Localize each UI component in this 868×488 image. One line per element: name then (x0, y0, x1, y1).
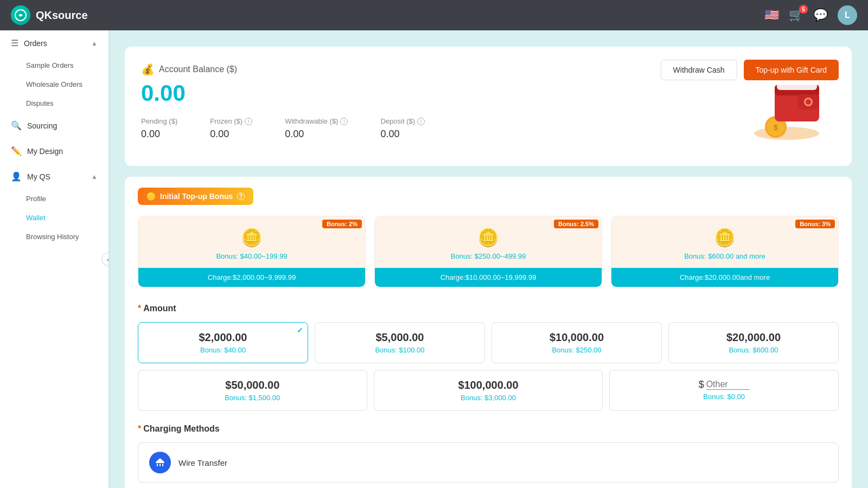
sidebar-item-sample-orders[interactable]: Sample Orders (0, 56, 108, 75)
charging-section-title: * Charging Methods (138, 424, 839, 434)
amount-card-5000[interactable]: $5,000.00 Bonus: $100.00 (315, 322, 485, 363)
amount-value-50000: $50,000.00 (147, 379, 358, 391)
bonus-info-icon[interactable]: ? (237, 192, 245, 200)
top-buttons: Withdraw Cash Top-up with Gift Card (661, 60, 839, 80)
amount-card-100000[interactable]: $100,000.00 Bonus: $3,000.00 (374, 370, 603, 411)
bonus-label-2: Bonus: $250.00~499.99 (384, 252, 593, 260)
sidebar-item-orders[interactable]: ☰ Orders ▲ (0, 30, 108, 56)
cart-badge: 5 (799, 5, 808, 14)
svg-point-1 (754, 127, 819, 140)
logo-area: QKsource (11, 5, 88, 25)
bonus-tiers: Bonus: 2% 🪙 Bonus: $40.00~199.99 Charge:… (138, 216, 839, 287)
sidebar-item-wholesale-orders[interactable]: Wholesale Orders (0, 75, 108, 94)
sidebar-item-browsing-history[interactable]: Browsing History (0, 227, 108, 246)
amount-card-20000[interactable]: $20,000.00 Bonus: $600.00 (668, 322, 839, 363)
svg-marker-16 (156, 458, 164, 462)
dollar-sign: $ (699, 379, 704, 390)
charging-section: * Charging Methods Wire Transfer (138, 424, 839, 483)
stat-frozen: Frozen ($) i 0.00 (210, 117, 252, 140)
sidebar-item-disputes[interactable]: Disputes (0, 94, 108, 113)
stat-withdrawable: Withdrawable ($) i 0.00 (285, 117, 348, 140)
my-qs-label: My QS (27, 172, 50, 181)
bonus-icon-2: 🪙 (384, 227, 593, 248)
amount-grid-2: $50,000.00 Bonus: $1,500.00 $100,000.00 … (138, 370, 839, 411)
svg-rect-12 (156, 462, 164, 463)
bank-icon (155, 457, 165, 468)
amount-value-20000: $20,000.00 (678, 331, 829, 344)
balance-wallet-icon: 💰 (141, 63, 155, 76)
sidebar-item-wallet[interactable]: Wallet (0, 208, 108, 227)
bonus-badge-2: Bonus: 2.5% (554, 220, 598, 228)
withdrawable-info-icon[interactable]: i (340, 118, 348, 125)
balance-card: Withdraw Cash Top-up with Gift Card 💰 Ac… (125, 47, 852, 166)
avatar[interactable]: L (838, 5, 857, 25)
messages-button[interactable]: 💬 (813, 8, 828, 22)
bonus-tier-1: Bonus: 2% 🪙 Bonus: $40.00~199.99 Charge:… (138, 216, 366, 287)
bonus-charge-1: Charge:$2,000.00~9,999.99 (138, 268, 365, 287)
sourcing-icon: 🔍 (11, 120, 22, 131)
stat-deposit: Deposit ($) i 0.00 (380, 117, 425, 140)
deposit-info-icon[interactable]: i (417, 118, 425, 125)
wire-transfer-card[interactable]: Wire Transfer (138, 442, 839, 483)
sidebar-collapse-button[interactable]: ◀ (102, 253, 108, 266)
bonus-coin-icon: 🟡 (146, 192, 156, 201)
my-design-label: My Design (27, 147, 63, 156)
my-qs-collapse-icon: ▲ (91, 173, 98, 181)
bonus-tier-2: Bonus: 2.5% 🪙 Bonus: $250.00~499.99 Char… (374, 216, 602, 287)
amount-bonus-20000: Bonus: $600.00 (678, 346, 829, 354)
orders-icon: ☰ (11, 38, 18, 48)
sourcing-label: Sourcing (27, 121, 57, 130)
bonus-icon-3: 🪙 (620, 227, 829, 248)
flag-icon[interactable]: 🇺🇸 (764, 8, 779, 22)
bonus-badge-3: Bonus: 3% (795, 220, 835, 228)
bonus-label-3: Bonus: $600.00 and more (620, 252, 829, 260)
amount-check-icon: ✓ (297, 326, 303, 335)
amount-card-other[interactable]: $ Bonus: $0.00 (609, 370, 839, 411)
main-content: Withdraw Cash Top-up with Gift Card 💰 Ac… (108, 30, 868, 488)
frozen-info-icon[interactable]: i (245, 118, 252, 125)
bonus-label-1: Bonus: $40.00~199.99 (147, 252, 356, 260)
amount-card-50000[interactable]: $50,000.00 Bonus: $1,500.00 (138, 370, 367, 411)
amount-bonus-10000: Bonus: $250.00 (501, 346, 653, 354)
other-amount-input[interactable] (706, 380, 750, 390)
wire-transfer-label: Wire Transfer (178, 458, 227, 467)
design-icon: ✏️ (11, 146, 22, 156)
svg-rect-13 (157, 464, 158, 466)
bonus-charge-2: Charge:$10,000.00~19,999.99 (375, 268, 602, 287)
balance-stats: Pending ($) 0.00 Frozen ($) i 0.00 (141, 117, 738, 140)
topup-gift-card-button[interactable]: Top-up with Gift Card (744, 60, 839, 80)
bonus-section: 🟡 Initial Top-up Bonus ? Bonus: 2% 🪙 Bon… (125, 177, 852, 488)
bonus-icon-1: 🪙 (147, 227, 356, 248)
balance-amount: 0.00 (141, 80, 738, 106)
orders-collapse-icon: ▲ (91, 40, 98, 47)
sidebar-item-sourcing[interactable]: 🔍 Sourcing (0, 113, 108, 138)
sidebar-item-my-qs[interactable]: 👤 My QS ▲ (0, 164, 108, 189)
cart-button[interactable]: 🛒 5 (789, 8, 803, 22)
amount-bonus-2000: Bonus: $40.00 (147, 346, 299, 354)
sidebar-item-profile[interactable]: Profile (0, 189, 108, 208)
amount-required-star: * (138, 304, 141, 313)
header: QKsource 🇺🇸 🛒 5 💬 L (0, 0, 868, 30)
sidebar-item-my-design[interactable]: ✏️ My Design (0, 138, 108, 164)
balance-title: 💰 Account Balance ($) (141, 63, 738, 76)
bonus-header: 🟡 Initial Top-up Bonus ? (138, 188, 253, 205)
header-right: 🇺🇸 🛒 5 💬 L (764, 5, 857, 25)
amount-card-2000[interactable]: ✓ $2,000.00 Bonus: $40.00 (138, 322, 308, 363)
main-layout: ☰ Orders ▲ Sample Orders Wholesale Order… (0, 30, 868, 488)
bonus-badge-1: Bonus: 2% (322, 220, 362, 228)
my-qs-icon: 👤 (11, 171, 22, 182)
other-bonus: Bonus: $0.00 (618, 393, 829, 401)
amount-value-5000: $5,000.00 (324, 331, 476, 344)
amount-section-title: * Amount (138, 304, 839, 313)
orders-label: Orders (24, 39, 47, 48)
amount-bonus-50000: Bonus: $1,500.00 (147, 394, 358, 402)
bonus-tier-3: Bonus: 3% 🪙 Bonus: $600.00 and more Char… (611, 216, 839, 287)
charging-required-star: * (138, 424, 141, 434)
logo-icon (11, 5, 30, 25)
amount-value-100000: $100,000.00 (383, 379, 594, 391)
amount-grid: ✓ $2,000.00 Bonus: $40.00 $5,000.00 Bonu… (138, 322, 839, 363)
stat-pending: Pending ($) 0.00 (141, 117, 177, 140)
svg-point-9 (806, 99, 811, 105)
amount-card-10000[interactable]: $10,000.00 Bonus: $250.00 (492, 322, 662, 363)
withdraw-cash-button[interactable]: Withdraw Cash (661, 60, 737, 80)
